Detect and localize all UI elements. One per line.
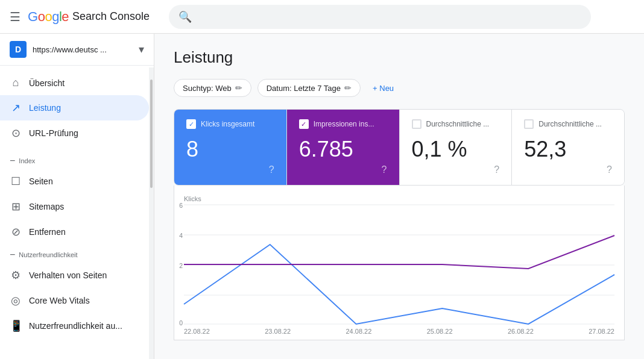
verhalten-icon: ⚙ [10,269,22,282]
svg-text:0: 0 [179,319,183,326]
sidebar-item-nutzerfreundlichkeit[interactable]: 📱 Nutzerfreundlichkeit au... [0,313,149,339]
sidebar-item-verhalten[interactable]: ⚙ Verhalten von Seiten [0,263,149,288]
metric-card-impressionen[interactable]: ✓ Impressionen ins... 6.785 ? [287,110,400,185]
app-title: Search Console [72,10,150,23]
klicks-checkbox[interactable]: ✓ [186,119,196,129]
page-title: Leistung [174,48,625,67]
ctr-value: 0,1 % [412,136,500,162]
x-label-0: 22.08.22 [184,328,210,335]
sidebar-label-url: URL-Prüfung [29,128,78,138]
svg-text:6: 6 [179,202,183,209]
site-url: https://www.deutsc ... [33,45,133,54]
sitemaps-icon: ⊞ [10,200,22,213]
chart-container: Klicks 6 4 2 0 [174,186,625,340]
sidebar-item-core-web[interactable]: ◎ Core Web Vitals [0,288,149,313]
impressionen-value: 6.785 [299,136,387,162]
klicks-value: 8 [186,136,274,162]
position-checkbox[interactable] [524,119,534,129]
sidebar-item-uebersicht[interactable]: ⌂ Übersicht [0,70,149,95]
impressionen-help-icon[interactable]: ? [382,164,387,175]
filter-suchtyp-label: Suchtyp: Web [183,84,232,93]
impressionen-label: Impressionen ins... [314,120,387,128]
x-label-1: 23.08.22 [265,328,291,335]
filter-bar: Suchtyp: Web ✏ Datum: Letzte 7 Tage ✏ + … [174,79,625,97]
filter-datum-label: Datum: Letzte 7 Tage [267,84,341,93]
metric-card-klicks[interactable]: ✓ Klicks insgesamt 8 ? [174,110,287,185]
home-icon: ⌂ [10,76,22,89]
chart-svg: 6 4 2 0 [184,205,614,325]
ctr-label: Durchschnittliche ... [426,120,500,128]
klicks-help-icon[interactable]: ? [269,164,274,175]
search-input[interactable] [198,12,581,22]
chart-y-label: Klicks [184,195,614,202]
section-index: − Index [0,151,154,169]
search-bar[interactable]: 🔍 [169,5,591,29]
svg-text:4: 4 [179,232,183,239]
collapse-index-icon[interactable]: − [10,155,15,166]
dropdown-arrow-icon: ▾ [139,43,144,56]
filter-suchtyp[interactable]: Suchtyp: Web ✏ [174,79,251,97]
core-web-icon: ◎ [10,294,22,307]
ctr-help-icon[interactable]: ? [494,164,499,175]
seiten-icon: ☐ [10,175,22,188]
chart-area: 6 4 2 0 [184,205,614,325]
sidebar: D https://www.deutsc ... ▾ ⌂ Übersicht ↗… [0,34,154,359]
impressionen-checkbox[interactable]: ✓ [299,119,309,129]
search-icon: 🔍 [178,10,192,23]
edit-suchtyp-icon: ✏ [235,83,242,93]
position-value: 52,3 [524,136,612,162]
collapse-nutzer-icon[interactable]: − [10,249,15,260]
add-filter-button[interactable]: + Neu [367,80,400,96]
main-layout: D https://www.deutsc ... ▾ ⌂ Übersicht ↗… [0,34,644,359]
x-label-5: 27.08.22 [589,328,614,335]
svg-text:2: 2 [179,262,183,269]
add-filter-label: + Neu [373,84,394,93]
position-help-icon[interactable]: ? [607,164,612,175]
sidebar-scroll: ⌂ Übersicht ↗ Leistung ⊙ URL-Prüfung − I… [0,66,154,359]
ctr-checkbox[interactable] [412,119,421,129]
x-label-2: 24.08.22 [346,328,371,335]
metric-cards: ✓ Klicks insgesamt 8 ? ✓ Impressionen in… [174,109,625,186]
klicks-label: Klicks insgesamt [201,120,274,128]
x-label-4: 26.08.22 [508,328,534,335]
topbar: ☰ Google Search Console 🔍 [0,0,644,34]
leistung-icon: ↗ [10,101,22,114]
sidebar-item-seiten[interactable]: ☐ Seiten [0,169,149,194]
menu-icon[interactable]: ☰ [10,10,21,24]
sidebar-label-leistung: Leistung [29,103,61,113]
url-icon: ⊙ [10,126,22,140]
sidebar-label-uebersicht: Übersicht [29,78,65,88]
entfernen-icon: ⊘ [10,225,22,239]
main-nav: ⌂ Übersicht ↗ Leistung ⊙ URL-Prüfung [0,66,154,151]
edit-datum-icon: ✏ [344,83,352,93]
main-content: Leistung Suchtyp: Web ✏ Datum: Letzte 7 … [154,34,644,359]
sidebar-item-entfernen[interactable]: ⊘ Entfernen [0,219,149,245]
section-nutzer: − Nutzerfreundlichkeit [0,245,154,263]
x-label-3: 25.08.22 [427,328,453,335]
filter-datum[interactable]: Datum: Letzte 7 Tage ✏ [257,79,361,97]
mobile-icon: 📱 [10,319,22,332]
position-label: Durchschnittliche ... [538,120,612,128]
google-logo: Google Search Console [28,9,150,25]
metric-card-ctr[interactable]: Durchschnittliche ... 0,1 % ? [400,110,513,185]
site-icon: D [10,41,27,58]
sidebar-item-url-pruefung[interactable]: ⊙ URL-Prüfung [0,120,149,146]
metric-card-position[interactable]: Durchschnittliche ... 52,3 ? [512,110,624,185]
sidebar-item-leistung[interactable]: ↗ Leistung [0,95,149,120]
sidebar-item-sitemaps[interactable]: ⊞ Sitemaps [0,194,149,219]
site-selector[interactable]: D https://www.deutsc ... ▾ [0,34,154,66]
